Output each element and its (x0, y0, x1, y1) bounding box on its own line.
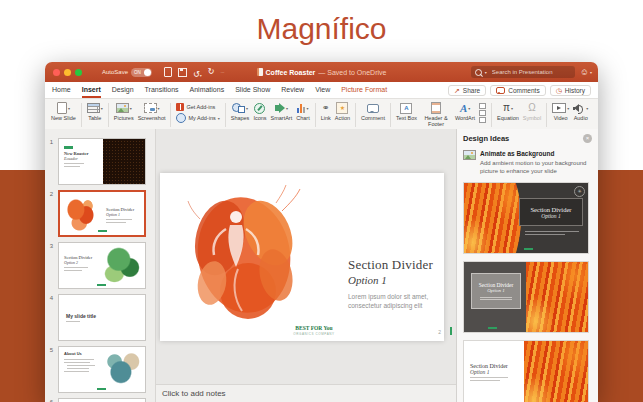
slide-number-icon (479, 103, 486, 109)
slide-logo: BEST FOR You ORGANICS COMPANY (292, 325, 336, 336)
more-icon[interactable]: ⋯ (220, 70, 224, 75)
minimize-button[interactable] (64, 69, 71, 76)
ribbon-tab-bar: Home Insert Design Transitions Animation… (45, 82, 598, 99)
autosave-toggle[interactable]: ON (131, 68, 152, 77)
insert-misc-buttons[interactable] (479, 101, 486, 123)
slide-number: 3 (45, 243, 58, 249)
ribbon-text-box-button[interactable]: A Text Box (396, 101, 417, 121)
autosave-state: ON (134, 70, 141, 75)
text-line (470, 380, 500, 381)
slide-thumbnail-4[interactable]: My slide title (58, 294, 146, 341)
text-line (525, 234, 565, 235)
titlebar-right: ▾ ☺▾ (471, 66, 592, 78)
new-document-icon[interactable] (164, 67, 172, 77)
design-ideas-title: Design Ideas (463, 134, 509, 143)
slide-thumbnail-6[interactable] (58, 398, 146, 402)
action-label: Action (335, 115, 350, 121)
chevron-down-icon: ▾ (68, 106, 70, 111)
redo-icon[interactable]: ↻ (208, 68, 215, 76)
tab-design[interactable]: Design (112, 82, 134, 98)
history-label: History (565, 87, 585, 94)
ribbon-icons-button[interactable]: Icons (253, 101, 266, 121)
ribbon-screenshot-button[interactable]: ▾ Screenshot (138, 101, 166, 121)
ribbon-smartart-button[interactable]: ▾ SmartArt (271, 101, 293, 121)
search-box[interactable]: ▾ (471, 66, 575, 78)
slide-thumbnail-3[interactable]: Section Divider Option 2 (58, 242, 146, 289)
ribbon-get-add-ins-button[interactable]: Get Add-ins (176, 103, 219, 111)
ribbon-header-footer-button[interactable]: Header & Footer (421, 101, 451, 127)
group-divider (390, 103, 391, 127)
video-icon (552, 103, 566, 113)
comments-label: Comments (508, 87, 539, 94)
table-icon (87, 103, 100, 113)
ribbon-chart-button[interactable]: ▾ Chart (296, 101, 309, 121)
chevron-down-icon: ▾ (586, 106, 588, 111)
tab-home[interactable]: Home (52, 82, 71, 98)
text-line (480, 299, 512, 300)
equation-label: Equation (497, 115, 519, 121)
ribbon-symbol-button[interactable]: Ω Symbol (523, 101, 541, 121)
search-input[interactable] (490, 68, 571, 76)
design-idea-card-2[interactable]: Section Divider Option 1 (463, 261, 589, 333)
ribbon-table-button[interactable]: ▾ Table (87, 101, 103, 121)
slide-thumbnail-5[interactable]: About Us (58, 346, 146, 393)
slide-thumbnail-1[interactable]: New Roaster Ecuador (58, 138, 146, 185)
tab-review[interactable]: Review (281, 82, 304, 98)
ribbon-my-add-ins-button[interactable]: My Add-ins▾ (176, 113, 219, 123)
slide-number-placeholder: 2 (438, 329, 441, 335)
tab-transitions[interactable]: Transitions (145, 82, 179, 98)
icons-label: Icons (253, 115, 266, 121)
comments-button[interactable]: Comments (490, 85, 545, 96)
comment-label: Comment (361, 115, 385, 121)
chevron-down-icon: ▾ (158, 106, 160, 111)
undo-button[interactable]: ↺▾ (193, 63, 202, 81)
ribbon-pictures-button[interactable]: ▾ Pictures (114, 101, 134, 121)
ribbon-link-button[interactable]: ⚭ Link (321, 101, 331, 121)
page-title: Magnífico (0, 12, 643, 46)
design-idea-card-3[interactable]: Section Divider Option 1 (463, 340, 589, 402)
tab-view[interactable]: View (315, 82, 330, 98)
get-add-ins-icon (176, 103, 184, 111)
slide-subtitle: Option 1 (348, 274, 440, 286)
animate-background-icon (463, 150, 476, 160)
my-add-ins-label: My Add-ins (188, 115, 215, 121)
tab-slide-show[interactable]: Slide Show (235, 82, 270, 98)
group-divider (546, 103, 547, 127)
notes-placeholder: Click to add notes (162, 389, 226, 398)
feedback-button[interactable]: ☺▾ (580, 67, 592, 77)
ribbon-audio-button[interactable]: ▾ Audio (573, 101, 588, 121)
tab-insert[interactable]: Insert (82, 82, 101, 98)
notes-area[interactable]: Click to add notes (156, 384, 456, 402)
history-button[interactable]: ◷History (550, 85, 591, 96)
ribbon-video-button[interactable]: ▾ Video (552, 101, 569, 121)
share-button[interactable]: ↗Share (448, 85, 486, 96)
document-title: Coffee Roaster (266, 69, 316, 76)
close-button[interactable] (53, 69, 60, 76)
autosave-control: AutoSave ON (102, 68, 152, 77)
logo-name: BEST FOR You (292, 325, 336, 331)
text-line (106, 219, 132, 220)
ribbon-wordart-button[interactable]: A▾ WordArt (455, 101, 475, 121)
ribbon-action-button[interactable]: ★ Action (335, 101, 350, 121)
share-icon: ↗ (454, 87, 460, 94)
chevron-down-icon: ▾ (485, 70, 487, 75)
ribbon-comment-button[interactable]: Comment (361, 101, 385, 121)
shapes-label: Shapes (231, 115, 250, 121)
tab-animations[interactable]: Animations (190, 82, 225, 98)
zoom-button[interactable] (75, 69, 82, 76)
slide-thumbnail-2-selected[interactable]: Section Divider Option 1 (58, 190, 146, 237)
slide-canvas[interactable]: Section Divider Option 1 Lorem ipsum dol… (160, 173, 444, 341)
get-add-ins-label: Get Add-ins (186, 104, 215, 110)
symbol-label: Symbol (523, 115, 541, 121)
close-icon[interactable]: × (583, 134, 592, 143)
ribbon-new-slide-button[interactable]: ▾ New Slide (51, 101, 76, 121)
tab-picture-format[interactable]: Picture Format (341, 82, 387, 98)
my-add-ins-icon (176, 113, 186, 123)
group-divider (170, 103, 171, 127)
thumb-title: About Us (64, 352, 104, 357)
share-label: Share (463, 87, 480, 94)
ribbon-shapes-button[interactable]: ▾ Shapes (231, 101, 250, 121)
save-icon[interactable] (178, 68, 187, 77)
ribbon-equation-button[interactable]: π▾ Equation (497, 101, 519, 121)
design-idea-card-1[interactable]: Section Divider Option 1 ✳ (463, 182, 589, 254)
